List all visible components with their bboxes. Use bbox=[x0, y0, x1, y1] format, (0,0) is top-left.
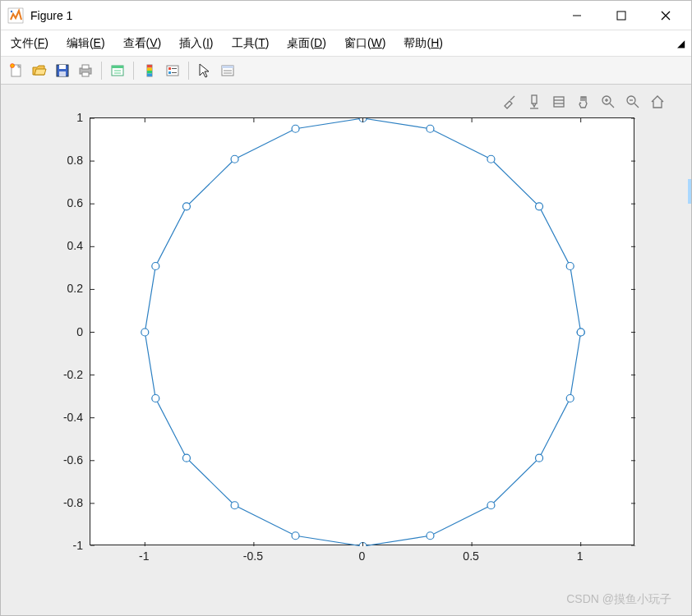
pan-icon[interactable] bbox=[574, 93, 593, 111]
svg-rect-3 bbox=[617, 11, 625, 20]
menu-help[interactable]: 帮助(H) bbox=[400, 34, 445, 53]
svg-point-49 bbox=[427, 125, 434, 132]
ytick-label: -1 bbox=[50, 539, 83, 552]
ytick-label: -0.6 bbox=[50, 453, 83, 467]
ytick-label: 1 bbox=[50, 111, 83, 124]
minimize-button[interactable] bbox=[555, 1, 599, 30]
menu-file[interactable]: 文件(F) bbox=[7, 34, 52, 53]
edit-plot-button[interactable] bbox=[194, 60, 215, 81]
close-button[interactable] bbox=[644, 1, 688, 30]
save-button[interactable] bbox=[52, 60, 73, 81]
expand-toolbar-icon[interactable]: ◢ bbox=[677, 38, 685, 49]
ytick-label: 0.2 bbox=[50, 282, 83, 295]
menu-view[interactable]: 查看(V) bbox=[120, 34, 165, 53]
svg-rect-19 bbox=[147, 65, 152, 68]
brush-icon[interactable] bbox=[501, 93, 519, 111]
ytick-label: 0.4 bbox=[50, 239, 83, 252]
svg-point-55 bbox=[141, 329, 149, 336]
menu-tools[interactable]: 工具(T) bbox=[228, 34, 273, 53]
axes-toolbar bbox=[501, 93, 667, 111]
svg-rect-35 bbox=[554, 97, 564, 107]
svg-line-39 bbox=[610, 103, 614, 108]
legend-button[interactable] bbox=[162, 60, 183, 81]
svg-rect-20 bbox=[147, 67, 152, 71]
maximize-button[interactable] bbox=[599, 1, 644, 30]
menu-insert[interactable]: 插入(I) bbox=[176, 34, 216, 53]
svg-rect-29 bbox=[222, 66, 233, 68]
svg-point-61 bbox=[427, 532, 434, 540]
menu-window[interactable]: 窗口(W) bbox=[341, 34, 390, 53]
separator bbox=[101, 62, 102, 80]
svg-rect-33 bbox=[532, 95, 537, 103]
svg-point-62 bbox=[487, 502, 495, 509]
property-inspector-button[interactable] bbox=[217, 60, 238, 81]
watermark: CSDN @摸鱼小玩子 bbox=[566, 592, 671, 607]
open-button[interactable] bbox=[29, 60, 50, 81]
xtick-label: 0.5 bbox=[463, 549, 478, 563]
matlab-figure-icon bbox=[7, 7, 24, 24]
svg-point-46 bbox=[566, 263, 574, 270]
figure-canvas[interactable]: -1-0.8-0.6-0.4-0.200.20.40.60.81-1-0.500… bbox=[1, 85, 691, 615]
svg-point-7 bbox=[11, 63, 15, 67]
svg-point-63 bbox=[536, 454, 543, 462]
svg-point-51 bbox=[292, 125, 299, 132]
svg-rect-23 bbox=[167, 66, 178, 76]
svg-rect-9 bbox=[59, 65, 66, 69]
separator bbox=[188, 62, 189, 80]
ytick-label: 0.8 bbox=[50, 154, 83, 167]
titlebar: Figure 1 bbox=[1, 1, 691, 30]
ytick-label: -0.4 bbox=[50, 411, 83, 424]
xtick-label: -0.5 bbox=[243, 549, 263, 563]
xtick-label: 0 bbox=[359, 549, 366, 563]
ytick-label: 0 bbox=[50, 325, 83, 338]
xtick-label: -1 bbox=[139, 549, 149, 563]
zoom-out-icon[interactable] bbox=[624, 93, 642, 111]
svg-point-57 bbox=[182, 454, 190, 462]
svg-rect-10 bbox=[59, 71, 66, 76]
link-button[interactable] bbox=[107, 60, 128, 81]
svg-point-58 bbox=[231, 502, 238, 509]
rotate-icon[interactable] bbox=[550, 93, 568, 111]
ytick-label: 0.6 bbox=[50, 196, 83, 209]
svg-line-43 bbox=[634, 103, 639, 108]
ytick-label: -0.8 bbox=[50, 496, 83, 509]
colorbar-button[interactable] bbox=[139, 60, 160, 81]
xtick-label: 1 bbox=[577, 549, 584, 563]
home-icon[interactable] bbox=[648, 93, 667, 111]
svg-rect-24 bbox=[168, 67, 171, 70]
svg-point-53 bbox=[182, 203, 190, 210]
menu-edit[interactable]: 编辑(E) bbox=[63, 34, 108, 53]
scroll-hint bbox=[688, 179, 691, 204]
zoom-in-icon[interactable] bbox=[599, 93, 617, 111]
svg-rect-25 bbox=[168, 71, 171, 74]
svg-point-54 bbox=[152, 263, 159, 270]
separator bbox=[133, 62, 134, 80]
new-figure-button[interactable] bbox=[6, 60, 27, 81]
plot-svg bbox=[90, 118, 635, 546]
svg-point-1 bbox=[11, 10, 12, 11]
svg-point-52 bbox=[231, 155, 238, 163]
svg-rect-12 bbox=[82, 65, 89, 69]
svg-rect-22 bbox=[147, 73, 152, 76]
svg-point-59 bbox=[292, 532, 299, 540]
ytick-label: -0.2 bbox=[50, 368, 83, 381]
window-title: Figure 1 bbox=[30, 9, 555, 22]
menubar: 文件(F) 编辑(E) 查看(V) 插入(I) 工具(T) 桌面(D) 窗口(W… bbox=[1, 30, 691, 57]
print-button[interactable] bbox=[75, 60, 96, 81]
svg-line-32 bbox=[510, 96, 514, 100]
menu-desktop[interactable]: 桌面(D) bbox=[284, 34, 329, 53]
svg-point-47 bbox=[536, 203, 543, 210]
svg-rect-21 bbox=[147, 71, 152, 74]
svg-point-64 bbox=[566, 394, 574, 402]
svg-rect-15 bbox=[112, 66, 123, 68]
svg-point-56 bbox=[152, 394, 159, 402]
toolbar bbox=[1, 57, 691, 85]
datatip-icon[interactable] bbox=[525, 93, 543, 111]
axes[interactable] bbox=[90, 117, 634, 545]
svg-point-48 bbox=[487, 155, 495, 163]
svg-rect-13 bbox=[82, 72, 89, 76]
svg-point-65 bbox=[577, 329, 584, 336]
